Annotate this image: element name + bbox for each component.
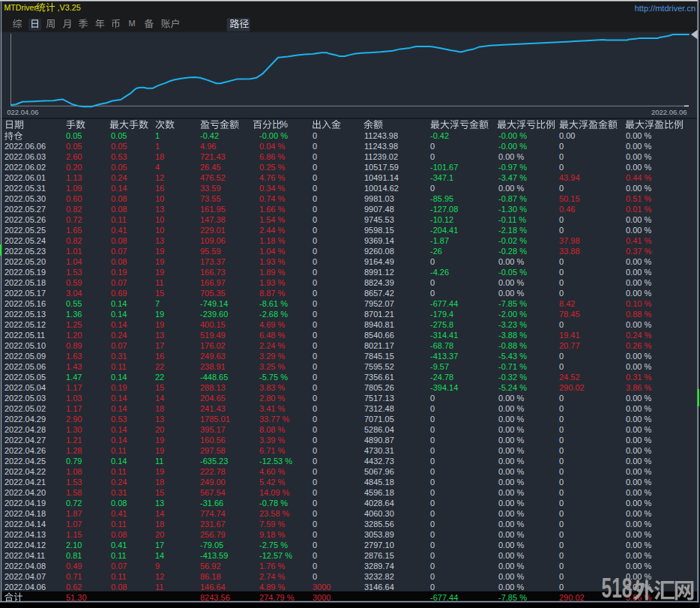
svg-text:0: 0: [313, 425, 317, 434]
svg-text:-2.75 %: -2.75 %: [259, 541, 288, 550]
svg-text:1.65: 1.65: [66, 226, 82, 235]
svg-text:4432.73: 4432.73: [364, 457, 394, 466]
svg-text:238.91: 238.91: [200, 362, 226, 371]
svg-text:-677.44: -677.44: [430, 593, 458, 602]
svg-text:2022.04.28: 2022.04.28: [4, 425, 46, 434]
svg-text:0.07: 0.07: [111, 341, 127, 350]
svg-text:-8.61 %: -8.61 %: [259, 299, 288, 308]
svg-text:1.09: 1.09: [66, 184, 82, 193]
svg-text:0.71: 0.71: [66, 572, 82, 581]
svg-text:,V3.25: ,V3.25: [58, 3, 81, 12]
svg-text:3053.89: 3053.89: [364, 530, 394, 539]
svg-text:1.17: 1.17: [66, 404, 82, 413]
svg-text:13: 13: [155, 415, 164, 424]
svg-text:0.11: 0.11: [111, 362, 127, 371]
svg-text:166.73: 166.73: [200, 268, 226, 277]
svg-text:0.00 %: 0.00 %: [626, 257, 651, 266]
svg-text:-0.00 %: -0.00 %: [498, 131, 527, 140]
svg-text:0: 0: [559, 394, 564, 403]
svg-text:7071.05: 7071.05: [364, 415, 394, 424]
svg-text:8243.56: 8243.56: [200, 593, 230, 602]
svg-text:0: 0: [430, 142, 435, 151]
svg-text:-0.00 %: -0.00 %: [498, 142, 527, 151]
svg-text:0.00 %: 0.00 %: [498, 551, 524, 560]
svg-text:0.89: 0.89: [66, 341, 82, 350]
svg-text:1.43: 1.43: [66, 362, 82, 371]
svg-text:3.29 %: 3.29 %: [259, 352, 285, 361]
svg-text:1.47: 1.47: [66, 373, 82, 382]
svg-text:0.69: 0.69: [111, 289, 127, 298]
svg-text:10014.62: 10014.62: [364, 184, 399, 193]
svg-text:1.89 %: 1.89 %: [259, 268, 285, 277]
svg-text:0.08: 0.08: [111, 530, 127, 539]
svg-text:0: 0: [430, 184, 435, 193]
svg-text:19: 19: [155, 310, 164, 319]
svg-text:-24.78: -24.78: [430, 373, 453, 382]
svg-text:1.87: 1.87: [66, 509, 82, 518]
svg-text:0.00 %: 0.00 %: [626, 394, 651, 403]
svg-text:0: 0: [313, 352, 317, 361]
svg-text:0: 0: [313, 173, 317, 182]
svg-text:0: 0: [313, 163, 317, 172]
svg-text:50.15: 50.15: [559, 194, 580, 203]
svg-text:0.53: 0.53: [111, 152, 127, 161]
svg-text:-0.71 %: -0.71 %: [498, 362, 527, 371]
svg-text:0.14: 0.14: [111, 184, 127, 193]
svg-text:2.80 %: 2.80 %: [259, 394, 285, 403]
svg-text:19: 19: [155, 436, 164, 445]
svg-text:-12.53 %: -12.53 %: [259, 457, 292, 466]
svg-text:0: 0: [559, 257, 564, 266]
svg-text:0.00 %: 0.00 %: [498, 425, 524, 434]
svg-text:0: 0: [313, 215, 317, 224]
svg-text:-1.87: -1.87: [430, 236, 449, 245]
svg-text:1.76 %: 1.76 %: [259, 562, 285, 571]
svg-text:-1.30 %: -1.30 %: [498, 205, 527, 214]
svg-text:16: 16: [155, 184, 164, 193]
svg-text:0: 0: [559, 404, 564, 413]
svg-text:-635.23: -635.23: [200, 457, 228, 466]
svg-text:3.86 %: 3.86 %: [626, 383, 651, 392]
svg-text:2022.05.03: 2022.05.03: [4, 394, 46, 403]
svg-text:1.15: 1.15: [66, 530, 82, 539]
svg-text:2022.05.23: 2022.05.23: [4, 247, 46, 256]
svg-text:2022.04.06: 2022.04.06: [4, 583, 46, 592]
svg-text:0: 0: [430, 394, 435, 403]
svg-text:0.11: 0.11: [111, 467, 127, 476]
svg-text:-5.75 %: -5.75 %: [259, 373, 288, 382]
svg-text:9260.08: 9260.08: [364, 247, 394, 256]
svg-text:M: M: [129, 19, 136, 28]
svg-text:37.98: 37.98: [559, 236, 580, 245]
svg-text:0.00 %: 0.00 %: [626, 289, 651, 298]
svg-text:9981.03: 9981.03: [364, 194, 394, 203]
svg-text:3.39 %: 3.39 %: [259, 436, 285, 445]
svg-text:86.18: 86.18: [200, 572, 221, 581]
svg-text:0.00 %: 0.00 %: [626, 436, 651, 445]
svg-text:95.59: 95.59: [200, 247, 221, 256]
svg-text:1.28: 1.28: [66, 446, 82, 455]
svg-text:0: 0: [313, 184, 317, 193]
svg-text:56.92: 56.92: [200, 562, 221, 571]
svg-text:2022.05.20: 2022.05.20: [4, 257, 46, 266]
svg-text:109.06: 109.06: [200, 236, 226, 245]
svg-text:0.00 %: 0.00 %: [626, 499, 651, 508]
svg-text:2022.04.19: 2022.04.19: [4, 499, 46, 508]
svg-text:0.20: 0.20: [66, 163, 82, 172]
svg-text:33.59: 33.59: [200, 184, 221, 193]
svg-text:2022.05.26: 2022.05.26: [4, 215, 46, 224]
svg-text:2.24 %: 2.24 %: [259, 341, 285, 350]
svg-text:0.88 %: 0.88 %: [626, 310, 651, 319]
svg-text:147.38: 147.38: [200, 215, 226, 224]
svg-text:0.11: 0.11: [111, 446, 127, 455]
svg-text:5.42 %: 5.42 %: [259, 478, 285, 487]
svg-text:-394.14: -394.14: [430, 383, 458, 392]
svg-text:0.00 %: 0.00 %: [626, 320, 651, 329]
svg-text:12: 12: [155, 572, 164, 581]
svg-text:-10.12: -10.12: [430, 215, 453, 224]
svg-text:23.58 %: 23.58 %: [259, 509, 290, 518]
svg-text:2022.04.12: 2022.04.12: [4, 541, 46, 550]
svg-text:13: 13: [155, 331, 164, 340]
svg-text:0.00 %: 0.00 %: [626, 446, 651, 455]
svg-text:519.49: 519.49: [200, 331, 226, 340]
svg-text:-0.78 %: -0.78 %: [259, 499, 288, 508]
svg-text:0: 0: [559, 457, 564, 466]
